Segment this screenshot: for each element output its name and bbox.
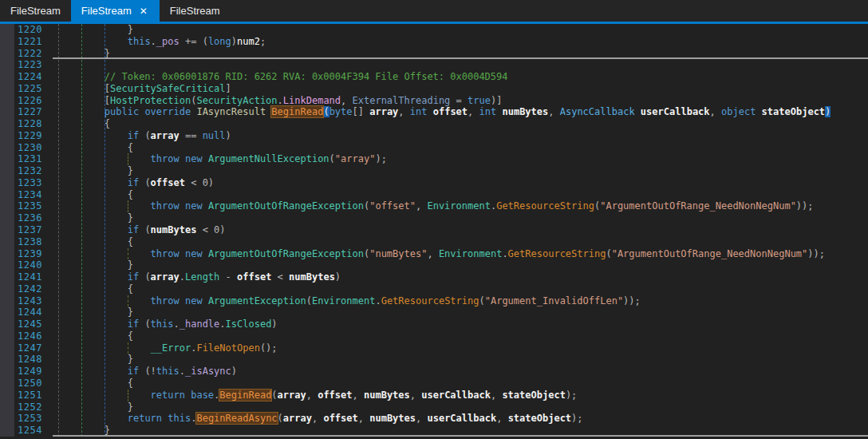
code-text: if (offset < 0)	[53, 177, 868, 189]
code-text: throw new ArgumentOutOfRangeException("o…	[53, 200, 868, 212]
code-text: {	[53, 378, 868, 390]
line-number: 1253	[14, 413, 53, 425]
line-number: 1235	[14, 200, 53, 212]
code-line[interactable]: 1254 }	[14, 425, 868, 437]
code-line[interactable]: 1233 if (offset < 0)	[14, 177, 868, 189]
tab-label: FileStream	[170, 5, 220, 17]
line-number: 1233	[14, 177, 53, 189]
code-line[interactable]: 1242 {	[14, 283, 868, 295]
code-text: }	[53, 165, 868, 177]
code-line[interactable]: 1248 }	[14, 354, 868, 366]
code-text: {	[53, 283, 868, 295]
code-line[interactable]: 1230 {	[14, 142, 868, 154]
line-number: 1220	[14, 24, 53, 36]
code-text: {	[53, 330, 868, 342]
code-text: }	[53, 354, 868, 366]
code-text: {	[53, 142, 868, 154]
code-line[interactable]: 1244 }	[14, 307, 868, 318]
code-line[interactable]: 1226 [HostProtection(SecurityAction.Link…	[14, 95, 868, 107]
code-text: [HostProtection(SecurityAction.LinkDeman…	[53, 95, 868, 107]
code-line[interactable]: 1238 {	[14, 236, 868, 248]
code-text: }	[53, 212, 868, 224]
code-text: {	[53, 236, 868, 248]
code-text: if (array == null)	[53, 130, 868, 142]
code-text: }	[53, 48, 868, 60]
code-text: if (this._handle.IsClosed)	[53, 318, 868, 330]
code-text: return base.BeginRead(array, offset, num…	[53, 390, 868, 401]
code-line[interactable]: 1239 throw new ArgumentOutOfRangeExcepti…	[14, 248, 868, 260]
code-line[interactable]: 1234 {	[14, 189, 868, 201]
code-text: }	[53, 425, 868, 437]
code-line[interactable]: 1228 {	[14, 118, 868, 130]
code-text: if (array.Length - offset < numBytes)	[53, 271, 868, 283]
line-number: 1237	[14, 224, 53, 236]
line-number: 1226	[14, 95, 53, 107]
code-lines: 1220 }1221 this._pos += (long)num2;1222 …	[14, 24, 868, 437]
code-text: __Error.FileNotOpen();	[53, 342, 868, 354]
code-text	[53, 59, 868, 71]
code-line[interactable]: 1250 {	[14, 378, 868, 390]
line-number: 1238	[14, 236, 53, 248]
code-text: // Token: 0x06001876 RID: 6262 RVA: 0x00…	[53, 71, 868, 83]
code-line[interactable]: 1229 if (array == null)	[14, 130, 868, 142]
code-text: this._pos += (long)num2;	[53, 36, 868, 48]
line-number: 1222	[14, 48, 53, 60]
code-text: {	[53, 118, 868, 130]
code-line[interactable]: 1237 if (numBytes < 0)	[14, 224, 868, 236]
tab-filestream-1[interactable]: FileStream	[0, 0, 71, 22]
line-number: 1223	[14, 59, 53, 71]
line-number: 1250	[14, 378, 53, 390]
code-text: return this.BeginReadAsync(array, offset…	[53, 413, 868, 425]
line-number: 1224	[14, 71, 53, 83]
code-line[interactable]: 1249 if (!this._isAsync)	[14, 366, 868, 378]
code-line[interactable]: 1251 return base.BeginRead(array, offset…	[14, 390, 868, 401]
tab-filestream-3[interactable]: FileStream	[160, 0, 231, 22]
code-line[interactable]: 1245 if (this._handle.IsClosed)	[14, 318, 868, 330]
code-text: throw new ArgumentException(Environment.…	[53, 295, 868, 307]
line-number: 1239	[14, 248, 53, 260]
code-text: }	[53, 401, 868, 413]
close-icon[interactable]: ✕	[138, 6, 149, 17]
code-line[interactable]: 1236 }	[14, 212, 868, 224]
glyph-margin	[0, 24, 14, 437]
tab-label: FileStream	[81, 5, 132, 17]
code-line[interactable]: 1225 [SecuritySafeCritical]	[14, 83, 868, 95]
line-number: 1229	[14, 130, 53, 142]
code-line[interactable]: 1252 }	[14, 401, 868, 413]
code-line[interactable]: 1227 public override IAsyncResult BeginR…	[14, 106, 868, 118]
line-number: 1236	[14, 212, 53, 224]
line-number: 1251	[14, 390, 53, 401]
code-text: }	[53, 24, 868, 36]
code-line[interactable]: 1232 }	[14, 165, 868, 177]
line-number: 1231	[14, 153, 53, 165]
code-line[interactable]: 1231 throw new ArgumentNullException("ar…	[14, 153, 868, 165]
line-number: 1225	[14, 83, 53, 95]
code-line[interactable]: 1247 __Error.FileNotOpen();	[14, 342, 868, 354]
code-line[interactable]: 1222 }	[14, 48, 868, 60]
line-number: 1249	[14, 366, 53, 378]
code-line[interactable]: 1243 throw new ArgumentException(Environ…	[14, 295, 868, 307]
code-line[interactable]: 1240 }	[14, 259, 868, 271]
code-line[interactable]: 1241 if (array.Length - offset < numByte…	[14, 271, 868, 283]
code-line[interactable]: 1220 }	[14, 24, 868, 36]
code-line[interactable]: 1235 throw new ArgumentOutOfRangeExcepti…	[14, 200, 868, 212]
code-line[interactable]: 1223	[14, 59, 868, 71]
code-line[interactable]: 1224 // Token: 0x06001876 RID: 6262 RVA:…	[14, 71, 868, 83]
code-text: throw new ArgumentNullException("array")…	[53, 153, 868, 165]
line-number: 1252	[14, 401, 53, 413]
code-line[interactable]: 1246 {	[14, 330, 868, 342]
code-editor[interactable]: 1220 }1221 this._pos += (long)num2;1222 …	[0, 24, 868, 437]
code-editor-window: FileStream FileStream ✕ FileStream 1220 …	[0, 0, 868, 439]
code-line[interactable]: 1221 this._pos += (long)num2;	[14, 36, 868, 48]
tab-filestream-2-active[interactable]: FileStream ✕	[71, 0, 160, 22]
tab-bar: FileStream FileStream ✕ FileStream	[0, 0, 868, 24]
line-number: 1241	[14, 271, 53, 283]
line-number: 1246	[14, 330, 53, 342]
code-line[interactable]: 1253 return this.BeginReadAsync(array, o…	[14, 413, 868, 425]
line-number: 1234	[14, 189, 53, 201]
line-number: 1240	[14, 259, 53, 271]
line-number: 1248	[14, 354, 53, 366]
code-text: [SecuritySafeCritical]	[53, 83, 868, 95]
line-number: 1230	[14, 142, 53, 154]
code-text: throw new ArgumentOutOfRangeException("n…	[53, 248, 868, 260]
